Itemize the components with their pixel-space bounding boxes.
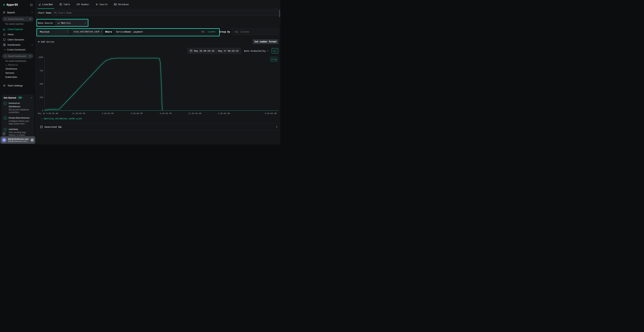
get-started-item-title: Create Data Sources [8, 117, 30, 119]
chart-svg[interactable]: 025K50K75K100KMay 26 9:00:00 AM12:30:00 … [38, 56, 278, 117]
sql-toggle[interactable]: SQL [201, 30, 205, 33]
sidebar-item-dashboards[interactable]: Dashboards ∧ [0, 42, 36, 48]
sidebar-item-label: Alerts [8, 33, 14, 36]
presets-toggle[interactable]: ∨ PRESETS [5, 64, 33, 66]
user-menu[interactable]: D dale@clickhouse.com dale@clickhouse.co… [0, 136, 35, 144]
user-email: dale@clickhouse.com [8, 138, 29, 140]
add-series-label: Add Series [41, 40, 54, 43]
monitor-icon [3, 38, 6, 41]
scrollbar-thumb[interactable] [279, 10, 280, 17]
logo[interactable]: HyperDX [3, 3, 18, 6]
close-icon[interactable]: × [101, 30, 102, 33]
where-input-wrap: SQL | Lucene [114, 28, 217, 35]
chart-name-label: Chart Name [38, 12, 52, 14]
get-started-item-subtitle: Set up your database connection [8, 108, 32, 114]
svg-text:100K: 100K [38, 56, 43, 58]
add-series-row: ⊕ Add Series Set number format [36, 39, 280, 44]
sidebar-item-client-sessions[interactable]: Client Sessions [0, 37, 36, 42]
chevron-up-icon[interactable]: ∧ [32, 12, 33, 14]
sidebar-section-search[interactable]: Search ∧ [0, 10, 36, 15]
date-range-picker[interactable]: May 26 09:29:19 - May 27 09:29:19 [188, 48, 241, 54]
saved-searches-input[interactable]: Saved Searches ⌘K [2, 16, 34, 22]
tab-markdown[interactable]: Markdown [114, 0, 129, 9]
series-editor-row: Maximum ∧∨ visa_validation_cach × Where … [36, 28, 280, 35]
check-circle-icon: ✓ [4, 102, 7, 105]
chart-area: 025K50K75K100KMay 26 9:00:00 AM12:30:00 … [36, 56, 280, 120]
sidebar-item-alerts[interactable]: Alerts [0, 32, 36, 37]
granularity-value: Auto Granularity [244, 50, 266, 52]
saved-dashboards-input[interactable]: Saved Dashboards ⌘K [2, 54, 34, 59]
date-range-value: May 26 09:29:19 - May 27 09:29:19 [194, 50, 238, 52]
svg-text:75K: 75K [40, 70, 43, 72]
get-started-item-subtitle: Start sending logs, metrics, or traces [8, 131, 32, 136]
generated-sql-label: Generated SQL [44, 126, 62, 128]
check-circle-icon: ✓ [4, 128, 7, 131]
command-k-shortcut: ⌘K [29, 18, 31, 20]
get-started-header[interactable]: Get Started 3/3 ∧ [4, 96, 32, 99]
preset-item-kubernetes[interactable]: Kubernetes [0, 75, 36, 79]
add-series-button[interactable]: ⊕ Add Series [38, 40, 54, 43]
chevron-up-icon[interactable]: ∧ [31, 97, 32, 98]
granularity-select[interactable]: Auto Granularity ∨ [243, 50, 269, 52]
sidebar-header: HyperDX [0, 0, 36, 10]
chart-toolbar-row: May 26 09:29:19 - May 27 09:29:19 Auto G… [36, 48, 280, 54]
chevron-up-icon[interactable]: ∧ [32, 44, 33, 46]
sidebar-item-label: Chart Explorer [8, 28, 23, 30]
svg-text:6:30:00 PM: 6:30:00 PM [131, 112, 143, 115]
generated-sql-toggle[interactable]: Generated SQL ∨ [36, 123, 280, 130]
aggregation-select[interactable]: Maximum ∧∨ [38, 28, 70, 35]
tab-number[interactable]: 123 Number [76, 0, 89, 9]
get-started-item-connect[interactable]: ✓ Connect to ClickHouse Set up your data… [4, 102, 32, 114]
chevron-down-icon: ∨ [5, 64, 7, 66]
run-query-button[interactable]: ▷ [272, 48, 278, 54]
chart-display-toggle[interactable] [270, 57, 278, 62]
data-source-select[interactable]: Metrics ∧∨ [56, 20, 88, 26]
sidebar-item-chart-explorer[interactable]: Chart Explorer [0, 27, 36, 32]
preset-item-clickhouse[interactable]: ClickHouse [0, 67, 36, 71]
svg-text:May 26 9:00:00 AM: May 26 9:00:00 AM [38, 112, 58, 115]
query-language-toggle: SQL | Lucene [201, 30, 215, 33]
svg-text:9:00:00 AM: 9:00:00 AM [265, 112, 277, 115]
svg-text:50K: 50K [40, 83, 43, 85]
get-started-item-add-data[interactable]: ✓ Add Data Start sending logs, metrics, … [4, 128, 32, 137]
chart-explorer-icon [3, 28, 6, 30]
svg-text:3:30:00 AM: 3:30:00 AM [218, 112, 230, 115]
line-chart-icon[interactable] [271, 58, 273, 60]
metric-chip[interactable]: visa_validation_cach × [72, 28, 103, 35]
svg-text:9:30:00 PM: 9:30:00 PM [160, 112, 172, 115]
chart-type-tabbar: Line/Bar Table 123 Number Search [36, 0, 280, 9]
lucene-toggle[interactable]: Lucene [208, 30, 215, 33]
set-number-format-button[interactable]: Set number format [253, 39, 278, 44]
chevron-right-icon[interactable]: › [30, 138, 34, 142]
plus-icon: + [4, 48, 6, 51]
get-started-item-data-sources[interactable]: ✓ Create Data Sources Configure where yo… [4, 116, 32, 125]
tab-label: Markdown [118, 3, 129, 6]
chart-name-input[interactable] [52, 10, 278, 16]
help-button[interactable]: ? [2, 132, 6, 136]
create-dashboard-button[interactable]: + Create Dashboard [0, 48, 36, 52]
check-circle-icon: ✓ [4, 116, 7, 120]
where-input[interactable] [116, 30, 200, 33]
sidebar-item-team-settings[interactable]: ⚙ Team Settings [0, 83, 36, 88]
bolt-icon [3, 4, 5, 6]
bell-icon [3, 33, 6, 36]
chart-name-row: Chart Name [36, 10, 280, 16]
tab-table[interactable]: Table [60, 0, 70, 9]
sidebar: HyperDX Search ∧ Saved Searches ⌘K No sa… [0, 0, 36, 144]
tab-line-bar[interactable]: Line/Bar [39, 0, 53, 9]
group-by-input[interactable] [232, 28, 278, 35]
get-started-item-subtitle: Configure where your data comes from [8, 120, 32, 125]
sidebar-collapse-icon[interactable] [30, 4, 33, 6]
get-started-title: Get Started [4, 96, 16, 99]
preset-item-services[interactable]: Services [0, 71, 36, 75]
no-saved-dashboards-note: No saved dashboards [5, 60, 33, 62]
calendar-icon [190, 50, 192, 52]
command-k-shortcut: ⌘K [29, 55, 31, 57]
bar-chart-icon[interactable] [274, 58, 276, 60]
logo-text: HyperDX [6, 3, 18, 6]
search-section-label: Search [7, 11, 15, 14]
divider: | [206, 30, 207, 33]
tab-search[interactable]: Search [96, 0, 108, 9]
sidebar-item-label: Client Sessions [8, 38, 24, 41]
svg-text:12:30:00 AM: 12:30:00 AM [188, 112, 201, 115]
